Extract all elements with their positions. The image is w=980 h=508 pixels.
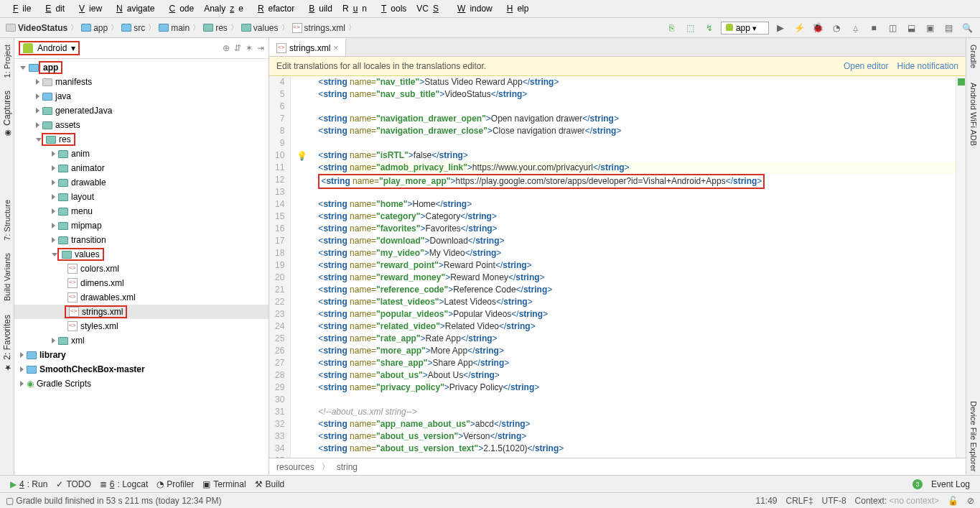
layout-inspector-icon[interactable]: ◫ (885, 21, 900, 35)
sidetab-gradle[interactable]: Gradle (967, 41, 980, 72)
menu-help[interactable]: Help (498, 2, 533, 15)
menu-build[interactable]: Build (300, 2, 337, 15)
run-button[interactable]: ▶ (773, 21, 788, 35)
file-encoding[interactable]: UTF-8 (822, 496, 846, 506)
menu-refactor[interactable]: Refactor (249, 2, 299, 15)
tree-item-menu[interactable]: menu (71, 206, 93, 216)
tree-item-java[interactable]: java (55, 91, 71, 101)
sync-gradle-icon[interactable]: ↯ (702, 21, 717, 35)
editor: strings.xml× Edit translations for all l… (269, 38, 966, 475)
menu-window[interactable]: Window (449, 2, 497, 15)
tree-item-generatedjava[interactable]: generatedJava (55, 106, 112, 116)
context-label[interactable]: Context: <no context> (855, 496, 939, 506)
project-view-selector[interactable]: Android ▾ (19, 41, 80, 55)
crumb-values[interactable]: values (241, 23, 279, 33)
tree-item-xml[interactable]: xml (71, 336, 85, 346)
menu-file[interactable]: File (4, 2, 35, 15)
hide-icon[interactable]: ⇥ (257, 43, 264, 53)
sidetab-captures[interactable]: ◉ Captures (0, 87, 14, 142)
sidetab-device-explorer[interactable]: Device File Explorer (967, 397, 980, 475)
menu-vcs[interactable]: VCS (412, 2, 447, 15)
crumb-app[interactable]: app (81, 23, 108, 33)
analysis-ok-marker (958, 78, 965, 86)
menu-view[interactable]: View (70, 2, 106, 15)
bottom-tool-stripe: ▶4: Run ✓ TODO ≣ 6: Logcat ◔ Profiler ▣ … (0, 475, 980, 492)
apply-changes-icon[interactable]: ⚡ (792, 21, 806, 35)
crumb-res[interactable]: res (203, 23, 228, 33)
tool-logcat[interactable]: ≣ 6: Logcat (95, 479, 152, 489)
tree-item-strings-xml[interactable]: strings.xml (82, 307, 123, 317)
editor-error-stripe[interactable] (956, 76, 966, 458)
project-structure-icon[interactable]: ▤ (941, 21, 956, 35)
line-gutter[interactable]: 4567891011121314151617181920212223242526… (269, 76, 291, 458)
collapse-all-icon[interactable]: ⇵ (234, 43, 241, 53)
tool-run[interactable]: ▶4: Run (6, 479, 52, 489)
cursor-position[interactable]: 11:49 (756, 496, 778, 506)
tool-window-toggle-icon[interactable]: ▢ (6, 496, 16, 506)
tree-item-colors-xml[interactable]: colors.xml (80, 264, 119, 274)
tree-item-animator[interactable]: animator (71, 163, 105, 173)
tree-item-dimens-xml[interactable]: dimens.xml (80, 278, 124, 288)
hide-notification-link[interactable]: Hide notification (897, 61, 958, 71)
tool-event-log[interactable]: Event Log (927, 479, 974, 489)
menu-analyze[interactable]: Analyze (200, 2, 248, 15)
avd-icon[interactable]: ⬚ (683, 21, 698, 35)
tool-terminal[interactable]: ▣ Terminal (198, 479, 250, 489)
attach-debugger-icon[interactable]: ⍙ (848, 21, 862, 35)
target-icon[interactable]: ⊕ (223, 43, 230, 53)
crumb-src[interactable]: src (121, 23, 145, 33)
menu-run[interactable]: Run (338, 2, 371, 15)
tree-item-assets[interactable]: assets (55, 120, 80, 130)
crumb-project[interactable]: VideoStatus (6, 23, 67, 33)
sidetab-project[interactable]: 1: Project (1, 41, 14, 81)
tree-item-gradle-scripts[interactable]: Gradle Scripts (37, 379, 91, 389)
tree-item-styles-xml[interactable]: styles.xml (80, 321, 118, 331)
tab-strings-xml[interactable]: strings.xml× (269, 38, 346, 56)
tree-item-res[interactable]: res (59, 134, 71, 144)
code-editor[interactable]: <string name="nav_title">Status Video Re… (291, 76, 956, 458)
run-config-combo[interactable]: app ▾ (721, 22, 769, 34)
avd-manager-icon[interactable]: ▣ (923, 21, 937, 35)
tool-profiler[interactable]: ◔ Profiler (152, 479, 198, 489)
tool-todo[interactable]: ✓ TODO (52, 479, 95, 489)
sidetab-build-variants[interactable]: Build Variants (1, 249, 14, 305)
tree-item-mipmap[interactable]: mipmap (71, 221, 102, 231)
menu-code[interactable]: Code (160, 2, 198, 15)
tool-build[interactable]: ⚒ Build (251, 479, 289, 489)
project-tool-window: Android ▾ ⊕ ⇵ ✶ ⇥ app manifests java gen… (14, 38, 269, 475)
close-icon[interactable]: × (333, 43, 338, 53)
sdk-manager-icon[interactable]: ⬓ (904, 21, 918, 35)
tree-item-app[interactable]: app (43, 63, 58, 73)
tree-item-values[interactable]: values (75, 249, 100, 259)
crumb-file[interactable]: strings.xml (292, 23, 345, 33)
breadcrumb: VideoStatus〉 app〉 src〉 main〉 res〉 values… (6, 22, 356, 33)
tree-item-drawable[interactable]: drawable (71, 177, 106, 188)
cast-icon[interactable]: ⎘ (665, 21, 679, 35)
crumb-main[interactable]: main (159, 23, 190, 33)
stop-icon[interactable]: ■ (867, 21, 881, 35)
search-icon[interactable]: 🔍 (960, 21, 974, 35)
open-editor-link[interactable]: Open editor (844, 61, 889, 71)
debug-button[interactable]: 🐞 (811, 21, 825, 35)
tree-item-drawables-xml[interactable]: drawables.xml (80, 292, 136, 303)
sidetab-android-wifi-adb[interactable]: Android WiFi ADB (967, 79, 980, 149)
project-tree[interactable]: app manifests java generatedJava assets … (14, 59, 269, 475)
profiler-icon[interactable]: ◔ (829, 21, 844, 35)
footer-crumb-resources[interactable]: resources (276, 462, 314, 472)
settings-icon[interactable]: ✶ (246, 43, 253, 53)
ide-status-icon[interactable]: ⊘ (967, 496, 974, 506)
menu-navigate[interactable]: Navigate (108, 2, 159, 15)
lock-icon[interactable]: 🔓 (948, 496, 958, 506)
menu-edit[interactable]: Edit (37, 2, 69, 15)
menu-tools[interactable]: Tools (373, 2, 411, 15)
tree-item-anim[interactable]: anim (71, 149, 90, 159)
tree-item-manifests[interactable]: manifests (55, 77, 92, 87)
tree-item-smoothcheckbox[interactable]: SmoothCheckBox-master (39, 364, 145, 374)
tree-item-transition[interactable]: transition (71, 235, 106, 245)
sidetab-structure[interactable]: 7: Structure (1, 196, 14, 244)
sidetab-favorites[interactable]: ★ 2: Favorites (0, 311, 14, 376)
tree-item-library[interactable]: library (39, 350, 66, 360)
footer-crumb-string[interactable]: string (337, 462, 358, 472)
line-separator[interactable]: CRLF‡ (786, 496, 813, 506)
tree-item-layout[interactable]: layout (71, 192, 94, 202)
